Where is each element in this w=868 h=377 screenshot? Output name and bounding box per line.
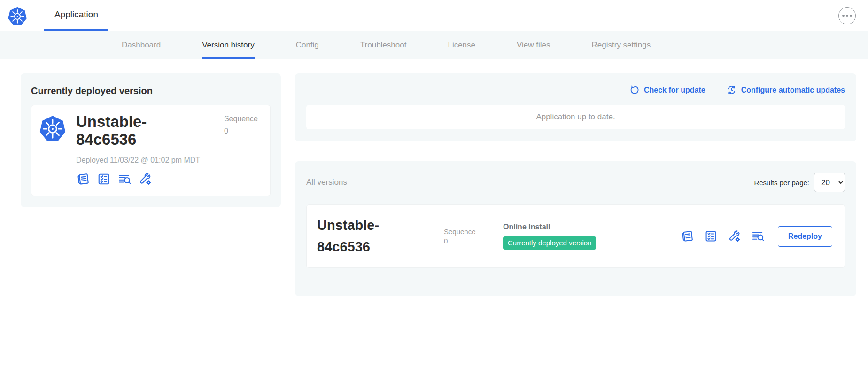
all-versions-title: All versions [306, 178, 347, 187]
results-per-page-label: Results per page: [754, 179, 809, 187]
main-content: Currently deployed version Unstable-84c6… [0, 59, 868, 296]
results-per-page-select[interactable]: 20 [814, 173, 845, 192]
kubernetes-logo [8, 0, 27, 31]
updates-panel: Check for update Configure automatic upd… [295, 73, 856, 141]
deployed-timestamp: Deployed 11/03/22 @ 01:02 pm MDT [76, 156, 263, 165]
tab-version-history[interactable]: Version history [202, 31, 255, 59]
redeploy-button[interactable]: Redeploy [778, 226, 832, 247]
app-header: Application [0, 0, 868, 31]
currently-deployed-panel: Currently deployed version Unstable-84c6… [21, 73, 281, 207]
edit-config-icon[interactable] [138, 172, 152, 186]
kubernetes-logo [39, 115, 66, 142]
release-notes-icon[interactable] [681, 229, 694, 243]
ellipsis-icon [842, 15, 845, 17]
deploy-logs-icon[interactable] [117, 172, 132, 186]
update-status-banner: Application up to date. [306, 105, 845, 129]
currently-deployed-badge: Currently deployed version [503, 236, 596, 250]
edit-config-icon[interactable] [728, 229, 741, 243]
tab-license[interactable]: License [448, 31, 475, 59]
all-versions-panel: All versions Results per page: 20 Unstab… [295, 161, 856, 296]
tab-config[interactable]: Config [296, 31, 319, 59]
sequence-value: 0 [224, 125, 258, 137]
release-notes-icon[interactable] [76, 172, 90, 186]
currently-deployed-card: Unstable-84c6536 Sequence 0 Deployed 11/… [31, 105, 271, 196]
tab-view-files[interactable]: View files [517, 31, 550, 59]
row-sequence-block: Sequence 0 [444, 227, 496, 245]
row-sequence-label: Sequence [444, 227, 496, 236]
refresh-icon [629, 85, 640, 95]
row-version-label: Unstable-84c6536 [317, 215, 411, 258]
sequence-label: Sequence [224, 113, 258, 125]
currently-deployed-title: Currently deployed version [31, 86, 271, 96]
preflight-checks-icon[interactable] [97, 172, 111, 186]
auto-update-clock-icon [726, 85, 737, 95]
preflight-checks-icon[interactable] [704, 229, 718, 243]
row-sequence-value: 0 [444, 236, 496, 246]
deployed-version-label: Unstable-84c6536 [76, 113, 175, 149]
configure-automatic-updates-link[interactable]: Configure automatic updates [726, 85, 845, 95]
app-nav-tabs: Dashboard Version history Config Trouble… [0, 31, 868, 59]
update-status-message: Application up to date. [536, 112, 615, 122]
header-spacer [108, 0, 838, 31]
app-title: Application [54, 9, 98, 20]
sequence-block: Sequence 0 [224, 113, 263, 137]
tab-troubleshoot[interactable]: Troubleshoot [360, 31, 407, 59]
deploy-logs-icon[interactable] [751, 229, 765, 243]
row-install-type: Online Install [503, 223, 596, 231]
tab-registry-settings[interactable]: Registry settings [592, 31, 651, 59]
check-for-update-link[interactable]: Check for update [629, 85, 705, 95]
app-title-tab[interactable]: Application [44, 0, 108, 31]
right-column: Check for update Configure automatic upd… [295, 73, 856, 296]
version-row: Unstable-84c6536 Sequence 0 Online Insta… [306, 204, 845, 268]
overflow-menu-button[interactable] [838, 7, 856, 24]
tab-dashboard[interactable]: Dashboard [122, 31, 161, 59]
